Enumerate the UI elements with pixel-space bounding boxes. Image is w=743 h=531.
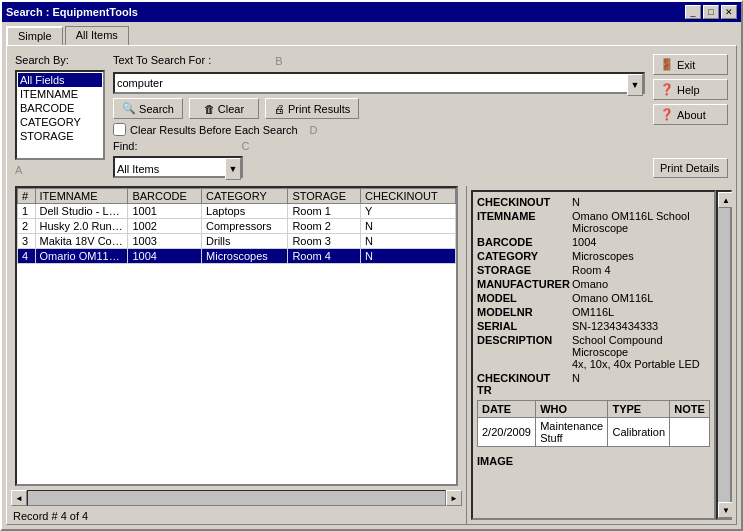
detail-model-label: MODEL [477, 292, 572, 304]
detail-checkinout-tr-label: CHECKINOUTTR [477, 372, 572, 396]
main-content: Search By: All Fields ITEMNAME BARCODE C… [6, 45, 737, 525]
checkbox-row: Clear Results Before Each Search D [113, 123, 645, 136]
checkinout-table: DATE WHO TYPE NOTE 2/20/2009 Maintenance… [477, 400, 710, 447]
left-panel: # ITEMNAME BARCODE CATEGORY STORAGE CHEC… [7, 186, 467, 524]
search-input-wrapper[interactable]: ▼ [113, 72, 645, 94]
detail-description: DESCRIPTION School Compound Microscope4x… [477, 334, 710, 370]
status-text: Record # 4 of 4 [13, 510, 88, 522]
cell-barcode: 1004 [128, 249, 202, 264]
print-results-label: Print Results [288, 103, 350, 115]
cell-category: Laptops [202, 204, 288, 219]
search-icon: 🔍 [122, 102, 136, 115]
detail-manufacturer-label: MANUFACTURER [477, 278, 572, 290]
scroll-left-button[interactable]: ◄ [11, 490, 27, 506]
detail-model-value: Omano OM116L [572, 292, 710, 304]
detail-model: MODEL Omano OM116L [477, 292, 710, 304]
search-by-section: Search By: All Fields ITEMNAME BARCODE C… [15, 54, 105, 178]
cell-storage: Room 1 [288, 204, 361, 219]
scroll-right-button[interactable]: ► [446, 490, 462, 506]
minimize-button[interactable]: _ [685, 5, 701, 19]
search-by-barcode[interactable]: BARCODE [18, 101, 102, 115]
search-by-itemname[interactable]: ITEMNAME [18, 87, 102, 101]
cell-checkinout: N [361, 219, 456, 234]
detail-modelnr-label: MODELNR [477, 306, 572, 318]
detail-scroll[interactable]: CHECKINOUT N ITEMNAME Omano OM116L Schoo… [471, 190, 716, 520]
scroll-track [27, 490, 446, 506]
search-by-list[interactable]: All Fields ITEMNAME BARCODE CATEGORY STO… [15, 70, 105, 160]
title-bar: Search : EquipmentTools _ □ ✕ [2, 2, 741, 22]
data-table[interactable]: # ITEMNAME BARCODE CATEGORY STORAGE CHEC… [15, 186, 458, 486]
table-row[interactable]: 3Makita 18V Com...1003DrillsRoom 3N [18, 234, 456, 249]
clear-button-label: Clear [218, 103, 244, 115]
tab-simple[interactable]: Simple [6, 26, 63, 45]
search-button[interactable]: 🔍 Search [113, 98, 183, 119]
title-bar-buttons: _ □ ✕ [685, 5, 737, 19]
detail-serial: SERIAL SN-12343434333 [477, 320, 710, 332]
search-input[interactable] [115, 74, 627, 92]
scroll-down-button[interactable]: ▼ [718, 502, 732, 518]
close-button[interactable]: ✕ [721, 5, 737, 19]
search-dropdown-button[interactable]: ▼ [627, 74, 643, 96]
scroll-up-button[interactable]: ▲ [718, 192, 732, 208]
status-bar: Record # 4 of 4 [7, 508, 466, 524]
detail-checkinout-label: CHECKINOUT [477, 196, 572, 208]
about-button[interactable]: ❓ About [653, 104, 728, 125]
search-controls: Text To Search For : B ▼ 🔍 Search 🗑 [113, 54, 645, 178]
cell-barcode: 1003 [128, 234, 202, 249]
text-search-row: Text To Search For : B [113, 54, 645, 68]
detail-modelnr-value: OM116L [572, 306, 710, 318]
cell-category: Compressors [202, 219, 288, 234]
detail-barcode-value: 1004 [572, 236, 710, 248]
table-row[interactable]: 4Omario OM115L...1004MicroscopesRoom 4N [18, 249, 456, 264]
table-row[interactable]: 1Dell Studio - Lap...1001LaptopsRoom 1Y [18, 204, 456, 219]
detail-serial-label: SERIAL [477, 320, 572, 332]
detail-checkinout-tr: CHECKINOUTTR N [477, 372, 710, 396]
tab-all-items[interactable]: All Items [65, 26, 129, 45]
h-scrollbar[interactable]: ◄ ► [11, 490, 462, 506]
search-by-all-fields[interactable]: All Fields [18, 73, 102, 87]
print-details-button[interactable]: Print Details [653, 158, 728, 178]
cell-category: Microscopes [202, 249, 288, 264]
about-label: About [677, 109, 706, 121]
label-b: B [275, 55, 282, 67]
detail-category: CATEGORY Microscopes [477, 250, 710, 262]
cell-num: 3 [18, 234, 36, 249]
cell-checkinout: N [361, 249, 456, 264]
find-dropdown-arrow[interactable]: ▼ [225, 158, 241, 180]
table-row[interactable]: 2Husky 2.0 Runni...1002CompressorsRoom 2… [18, 219, 456, 234]
cell-storage: Room 3 [288, 234, 361, 249]
buttons-row: 🔍 Search 🗑 Clear 🖨 Print Results [113, 98, 645, 119]
find-dropdown-row: All Items ▼ [113, 156, 645, 178]
main-window: Search : EquipmentTools _ □ ✕ Simple All… [0, 0, 743, 531]
v-scrollbar[interactable]: ▲ ▼ [716, 190, 732, 520]
checkinout-type: Calibration [608, 418, 670, 447]
clear-button[interactable]: 🗑 Clear [189, 98, 259, 119]
exit-icon: 🚪 [660, 58, 674, 71]
detail-description-label: DESCRIPTION [477, 334, 572, 370]
search-by-storage[interactable]: STORAGE [18, 129, 102, 143]
clear-icon: 🗑 [204, 103, 215, 115]
label-c: C [241, 140, 249, 152]
detail-manufacturer-value: Omano [572, 278, 710, 290]
cell-barcode: 1002 [128, 219, 202, 234]
exit-button[interactable]: 🚪 Exit [653, 54, 728, 75]
detail-barcode-label: BARCODE [477, 236, 572, 248]
maximize-button[interactable]: □ [703, 5, 719, 19]
detail-manufacturer: MANUFACTURER Omano [477, 278, 710, 290]
checkinout-who: MaintenanceStuff [536, 418, 608, 447]
search-by-category[interactable]: CATEGORY [18, 115, 102, 129]
search-by-label: Search By: [15, 54, 105, 66]
help-button[interactable]: ❓ Help [653, 79, 728, 100]
find-value: All Items [115, 158, 225, 176]
panel-container: # ITEMNAME BARCODE CATEGORY STORAGE CHEC… [7, 186, 736, 524]
right-buttons: 🚪 Exit ❓ Help ❓ About Print Details [653, 54, 728, 178]
print-icon: 🖨 [274, 103, 285, 115]
v-track [718, 208, 730, 502]
print-results-button[interactable]: 🖨 Print Results [265, 98, 359, 119]
detail-storage: STORAGE Room 4 [477, 264, 710, 276]
right-panel: CHECKINOUT N ITEMNAME Omano OM116L Schoo… [467, 186, 736, 524]
find-select-wrapper[interactable]: All Items ▼ [113, 156, 243, 178]
cell-itemname: Dell Studio - Lap... [35, 204, 128, 219]
clear-before-search-label: Clear Results Before Each Search [130, 124, 298, 136]
clear-before-search-checkbox[interactable] [113, 123, 126, 136]
